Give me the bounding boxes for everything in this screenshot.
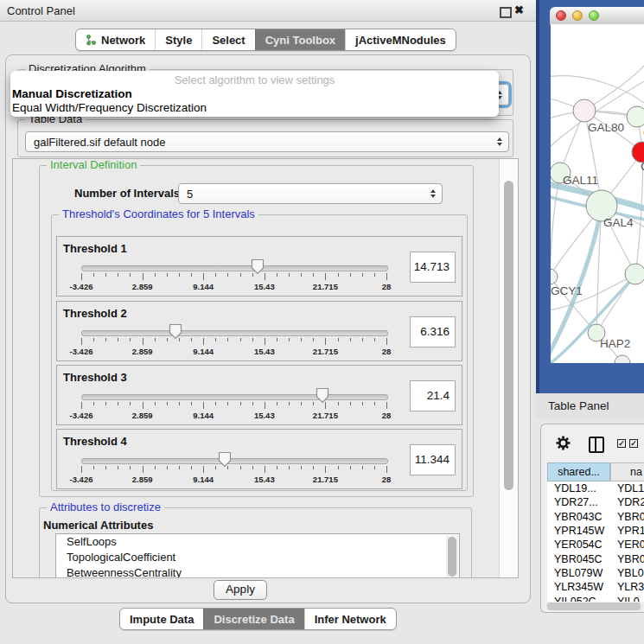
float-window-icon[interactable]: [500, 7, 512, 18]
network-edge: [584, 59, 644, 111]
zoom-traffic-light-icon[interactable]: [589, 10, 599, 21]
attribute-list-item[interactable]: SelfLoops: [56, 534, 459, 550]
tab-label: Select: [212, 34, 245, 47]
network-node-label: C: [641, 160, 644, 173]
cell-shared-name[interactable]: YBR045C: [547, 553, 610, 565]
table-row[interactable]: YIL052CYIL0: [547, 594, 644, 602]
table-header-row: shared... na: [547, 462, 644, 481]
attributes-group-title: Attributes to discretize: [47, 501, 164, 513]
table-row[interactable]: YDR27...YDR2: [547, 495, 644, 509]
tab-jactivemnodules[interactable]: jActiveMNodules: [345, 29, 456, 50]
list-scrollbar[interactable]: [446, 535, 458, 577]
cell-name[interactable]: YBL0: [610, 567, 644, 579]
table-horizontal-scrollbar-thumb[interactable]: [547, 603, 641, 610]
table-row[interactable]: YBL079WYBL0: [547, 566, 644, 580]
table-row[interactable]: YPR145WYPR1: [547, 524, 644, 538]
close-traffic-light-icon[interactable]: [556, 10, 566, 21]
settings-scroll-viewport: Interval Definition Number of Intervals …: [12, 158, 519, 578]
threshold-value-field[interactable]: 21.4: [410, 380, 456, 411]
minimize-traffic-light-icon[interactable]: [572, 10, 583, 21]
tab-label: Style: [165, 34, 192, 47]
tab-select[interactable]: Select: [201, 29, 254, 50]
numerical-attributes-list[interactable]: SelfLoopsTopologicalCoefficientBetweenne…: [55, 533, 460, 578]
tab-style[interactable]: Style: [155, 29, 201, 50]
table-row[interactable]: YBR043CYBR0: [547, 510, 644, 524]
cell-shared-name[interactable]: YBL079W: [547, 567, 610, 579]
table-data-group: Table Data galFiltered.sif default node: [17, 119, 513, 157]
table-row[interactable]: YER054CYER0: [547, 538, 644, 552]
threshold-slider-rail[interactable]: [81, 394, 388, 400]
network-node[interactable]: [625, 264, 644, 284]
table-horizontal-scrollbar[interactable]: [546, 603, 643, 610]
numerical-attributes-label: Numerical Attributes: [43, 519, 153, 532]
slider-ticks: [81, 273, 386, 281]
bottom-tab-impute-data[interactable]: Impute Data: [120, 609, 203, 629]
threshold-value-field[interactable]: 11.344: [410, 444, 456, 475]
column-header-shared[interactable]: shared...: [547, 462, 610, 481]
algorithm-dropdown-popup: Select algorithm to view settings Manual…: [10, 71, 499, 117]
table-row[interactable]: YDL19...YDL1: [547, 481, 644, 495]
tab-cyni-toolbox[interactable]: Cyni Toolbox: [255, 29, 345, 50]
threshold-slider-rail[interactable]: [81, 330, 388, 336]
cell-shared-name[interactable]: YBR043C: [547, 511, 610, 523]
combo-stepper-icon: [497, 137, 502, 146]
table-data-combobox[interactable]: galFiltered.sif default node: [25, 131, 509, 152]
network-canvas[interactable]: GAL80GACGAL11GAL4GCY1HHAP2: [551, 24, 644, 363]
cell-name[interactable]: YPR1: [610, 525, 644, 537]
threshold-value-field[interactable]: 6.316: [410, 316, 456, 348]
table-data-selected-value: galFiltered.sif default node: [34, 136, 165, 149]
tab-network[interactable]: Network: [76, 29, 155, 50]
list-scrollbar-thumb[interactable]: [448, 537, 456, 577]
settings-scrollbar[interactable]: [499, 159, 519, 577]
number-of-intervals-label: Number of Intervals: [74, 187, 180, 200]
column-header-name[interactable]: na: [610, 462, 644, 481]
checkbox-icon[interactable]: ✓: [617, 439, 626, 448]
network-node-label: GCY1: [551, 284, 583, 297]
cell-name[interactable]: YLR3: [610, 581, 644, 593]
thresholds-group-title: Threshold's Coordinates for 5 Intervals: [59, 207, 258, 220]
attribute-list-item[interactable]: TopologicalCoefficient: [56, 550, 459, 565]
cell-shared-name[interactable]: YDR27...: [547, 496, 610, 508]
table-row[interactable]: YBR045CYBR0: [547, 552, 644, 565]
number-of-intervals-combobox[interactable]: 5: [178, 183, 443, 204]
network-window-frame: GAL80GACGAL11GAL4GCY1HHAP2: [536, 0, 644, 393]
network-node-label: GAL4: [603, 216, 634, 229]
table-panel-bar: Table Panel: [536, 393, 644, 419]
cell-name[interactable]: YDR2: [610, 496, 644, 508]
cell-name[interactable]: YBR0: [610, 511, 644, 523]
interval-definition-group: Interval Definition Number of Intervals …: [39, 165, 474, 497]
cell-name[interactable]: YBR0: [610, 553, 644, 565]
threshold-slider-rail[interactable]: [81, 265, 388, 271]
close-icon[interactable]: ✖: [514, 3, 524, 16]
apply-button[interactable]: Apply: [214, 580, 267, 600]
cell-shared-name[interactable]: YPR145W: [547, 525, 610, 537]
algorithm-option-equal-width[interactable]: Equal Width/Frequency Discretization: [10, 101, 499, 115]
cell-shared-name[interactable]: YIL052C: [547, 596, 610, 602]
cell-shared-name[interactable]: YLR345W: [547, 581, 610, 593]
threshold-label: Threshold 1: [63, 242, 127, 255]
column-layout-icon[interactable]: [589, 437, 604, 453]
checkbox-icon[interactable]: ✓: [629, 439, 638, 448]
cell-name[interactable]: YIL0: [610, 596, 644, 602]
attribute-list-item[interactable]: BetweennessCentrality: [56, 565, 459, 578]
algorithm-option-manual[interactable]: Manual Discretization: [10, 87, 499, 101]
cell-name[interactable]: YER0: [610, 539, 644, 551]
bottom-tab-infer-network[interactable]: Infer Network: [304, 609, 396, 629]
bottom-tab-discretize-data[interactable]: Discretize Data: [203, 609, 303, 629]
threshold-label: Threshold 4: [63, 435, 127, 448]
control-panel-titlebar: Control Panel ✖: [0, 0, 536, 22]
cell-shared-name[interactable]: YDL19...: [547, 482, 610, 494]
network-node[interactable]: [573, 99, 596, 122]
table-row[interactable]: YLR345WYLR3: [547, 580, 644, 594]
gear-icon[interactable]: [555, 435, 571, 451]
bottom-tab-label: Discretize Data: [214, 613, 294, 626]
cell-shared-name[interactable]: YER054C: [547, 539, 610, 551]
threshold-slider-rail[interactable]: [81, 458, 388, 464]
cell-name[interactable]: YDL1: [610, 482, 644, 494]
settings-scrollbar-thumb[interactable]: [504, 181, 513, 490]
threshold-value-field[interactable]: 14.713: [410, 252, 456, 283]
combo-stepper-icon: [430, 189, 436, 198]
network-node-label: HAP2: [600, 337, 630, 350]
network-node[interactable]: [627, 106, 644, 127]
network-node[interactable]: [551, 269, 558, 284]
